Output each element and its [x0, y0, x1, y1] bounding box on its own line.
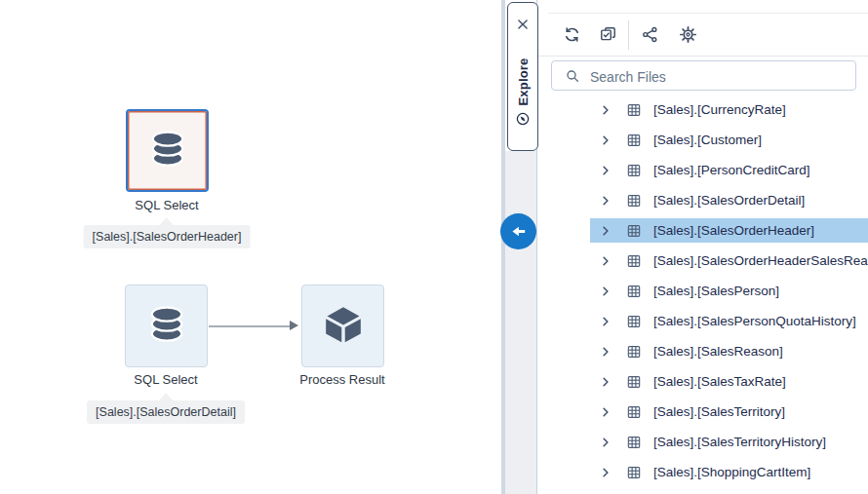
search-input[interactable]	[588, 61, 851, 92]
file-label: [Sales].[PersonCreditCard]	[653, 163, 810, 177]
chevron-right-icon[interactable]	[600, 406, 612, 418]
chevron-right-icon[interactable]	[600, 376, 612, 388]
file-label: [Sales].[CurrencyRate]	[653, 102, 786, 117]
node-process-result[interactable]	[301, 285, 384, 367]
chevron-right-icon[interactable]	[600, 346, 612, 358]
file-label: [Sales].[SalesPerson]	[653, 284, 779, 298]
file-row[interactable]: [Sales].[SalesTerritory]	[590, 399, 868, 424]
chevron-right-icon[interactable]	[600, 134, 612, 146]
node-label: Process Result	[245, 372, 440, 387]
file-label: [Sales].[SalesTaxRate]	[653, 374, 786, 389]
table-icon	[626, 314, 642, 329]
file-label: [Sales].[Customer]	[653, 133, 762, 147]
file-label: [Sales].[ShoppingCartItem]	[653, 465, 810, 479]
arrow-left-icon	[509, 222, 528, 241]
file-label: [Sales].[SalesReason]	[653, 344, 783, 359]
file-list: [Sales].[CurrencyRate] [Sales].[Customer…	[536, 97, 868, 490]
table-icon	[626, 223, 642, 239]
explore-tab-label-wrap: Explore	[508, 37, 537, 146]
chevron-right-icon[interactable]	[600, 467, 612, 478]
chevron-right-icon[interactable]	[600, 195, 612, 207]
table-icon	[626, 435, 642, 450]
table-icon	[626, 404, 642, 420]
node-tooltip: [Sales].[SalesOrderDetail]	[87, 400, 245, 424]
file-label: [Sales].[SalesOrderDetail]	[653, 193, 805, 208]
file-row[interactable]: [Sales].[CurrencyRate]	[590, 97, 868, 122]
file-row[interactable]: [Sales].[SalesOrderHeader]	[590, 218, 868, 243]
table-icon	[626, 465, 642, 480]
file-label: [Sales].[SalesTerritoryHistory]	[653, 435, 826, 449]
chevron-right-icon[interactable]	[600, 316, 612, 327]
table-icon	[626, 374, 642, 390]
file-row[interactable]: [Sales].[SalesPerson]	[590, 279, 868, 303]
table-icon	[626, 193, 642, 209]
database-icon	[139, 300, 194, 353]
file-row[interactable]: [Sales].[ShoppingCartItem]	[590, 460, 868, 484]
file-label: [Sales].[SalesOrderHeaderSalesReason]	[653, 253, 868, 268]
table-icon	[626, 284, 642, 299]
node-label: SQL Select	[68, 372, 263, 387]
search-icon	[565, 68, 580, 84]
file-row[interactable]: [Sales].[SalesPersonQuotaHistory]	[590, 309, 868, 333]
file-row[interactable]: [Sales].[PersonCreditCard]	[590, 158, 868, 182]
compass-icon	[516, 111, 531, 126]
edge-arrowhead-icon	[290, 321, 298, 330]
batch-check-icon[interactable]	[594, 20, 621, 48]
chevron-right-icon[interactable]	[600, 437, 612, 448]
database-icon	[140, 125, 195, 177]
tab-explore[interactable]: Explore	[507, 2, 538, 151]
file-row[interactable]: [Sales].[SalesOrderDetail]	[590, 188, 868, 212]
close-icon[interactable]	[515, 17, 531, 32]
file-label: [Sales].[SalesOrderHeader]	[653, 223, 814, 238]
settings-gear-icon[interactable]	[674, 20, 701, 48]
chevron-right-icon[interactable]	[600, 104, 612, 116]
node-tooltip: [Sales].[SalesOrderHeader]	[84, 225, 251, 248]
toolbar-top-divider	[548, 13, 868, 14]
node-label: SQL Select	[69, 198, 264, 212]
file-label: [Sales].[SalesTerritory]	[653, 404, 785, 419]
file-row[interactable]: [Sales].[SalesTerritoryHistory]	[590, 430, 868, 454]
node-sql-select-2[interactable]	[125, 285, 208, 367]
explore-tab-label: Explore	[516, 57, 531, 105]
table-icon	[626, 344, 642, 360]
refresh-icon[interactable]	[558, 20, 585, 48]
edge-connector	[209, 325, 291, 327]
chevron-right-icon[interactable]	[600, 255, 612, 267]
chevron-right-icon[interactable]	[600, 225, 612, 237]
table-icon	[626, 133, 642, 148]
cube-icon	[321, 302, 366, 351]
node-sql-select-1[interactable]	[126, 109, 209, 192]
file-row[interactable]: [Sales].[SalesReason]	[590, 339, 868, 363]
collapse-panel-button[interactable]	[500, 213, 536, 249]
share-icon[interactable]	[636, 20, 663, 48]
toolbar-divider	[628, 20, 629, 50]
file-label: [Sales].[SalesPersonQuotaHistory]	[653, 314, 856, 328]
chevron-right-icon[interactable]	[600, 285, 612, 297]
panel-gutter	[505, 151, 536, 494]
toolbar-bottom-divider	[537, 56, 868, 57]
search-box	[551, 60, 856, 91]
table-icon	[626, 253, 642, 269]
table-icon	[626, 102, 642, 118]
file-row[interactable]: [Sales].[SalesOrderHeaderSalesReason]	[590, 248, 868, 273]
table-icon	[626, 163, 642, 178]
file-row[interactable]: [Sales].[Customer]	[590, 128, 868, 152]
chevron-right-icon[interactable]	[600, 165, 612, 176]
file-row[interactable]: [Sales].[SalesTaxRate]	[590, 369, 868, 394]
